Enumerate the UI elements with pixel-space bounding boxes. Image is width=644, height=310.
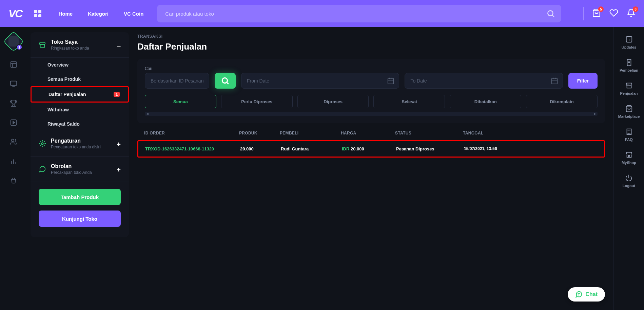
harga-cell: IDR 20.000	[342, 146, 389, 151]
apps-icon[interactable]	[34, 10, 41, 17]
top-nav: VC Home Kategori VC Coin 5 3	[0, 0, 644, 27]
sidebar-item-label: Daftar Penjualan	[48, 92, 86, 97]
add-product-button[interactable]: Tambah Produk	[39, 189, 121, 205]
cart-icon[interactable]: 5	[592, 8, 601, 19]
th-tanggal: TANGGAL	[463, 131, 504, 135]
search-label: Cari	[145, 66, 209, 71]
horizontal-scrollbar[interactable]: ◀ ▶	[145, 112, 598, 116]
sidebar-item-riwayat-saldo[interactable]: Riwayat Saldo	[31, 117, 129, 131]
nav-icons: 5 3	[592, 8, 636, 19]
cart-badge: 5	[598, 6, 604, 12]
sidebar-header-pengaturan[interactable]: Pengaturan Pengaturan toko anda disini +	[39, 138, 121, 149]
from-date-input[interactable]	[241, 73, 399, 89]
rr-label: Penjualan	[620, 91, 638, 95]
play-icon[interactable]	[10, 119, 17, 126]
collapse-toggle[interactable]: +	[117, 141, 121, 148]
rr-label: Logout	[623, 184, 635, 188]
tab-perlu-diproses[interactable]: Perlu Diproses	[221, 95, 293, 108]
tabs: Semua Perlu Diproses Diproses Selesai Di…	[145, 95, 598, 108]
sidebar-subtitle-pengaturan: Pengaturan toko anda disini	[51, 145, 101, 149]
page-title: Daftar Penjualan	[137, 41, 605, 52]
sidebar-item-semua-produk[interactable]: Semua Produk	[31, 72, 129, 86]
th-produk: PRODUK	[239, 131, 273, 135]
sidebar-section-toko: Toko Saya Ringkasan toko anda –	[31, 32, 129, 58]
table-row[interactable]: TRXOD-1626332471-10668-11320 20.000 Rudi…	[137, 140, 605, 158]
visit-store-button[interactable]: Kunjungi Toko	[39, 211, 121, 227]
scroll-left-icon: ◀	[146, 112, 149, 115]
sidebar-title-toko: Toko Saya	[51, 39, 89, 45]
nav-home[interactable]: Home	[58, 11, 73, 17]
rr-logout[interactable]: Logout	[623, 174, 635, 188]
th-harga: HARGA	[341, 131, 388, 135]
bell-icon[interactable]: 3	[627, 8, 636, 19]
chart-icon[interactable]	[10, 158, 17, 165]
tab-semua[interactable]: Semua	[145, 95, 216, 108]
search-button[interactable]	[215, 73, 236, 89]
monitor-icon[interactable]	[10, 80, 17, 88]
rr-pembelian[interactable]: Pembelian	[620, 59, 638, 72]
sidebar-title-pengaturan: Pengaturan	[51, 138, 101, 144]
filter-button[interactable]: Filter	[568, 73, 598, 89]
svg-rect-21	[552, 78, 558, 84]
users-icon[interactable]	[10, 138, 17, 146]
nav-vccoin[interactable]: VC Coin	[124, 11, 143, 17]
status-cell: Pesanan Diproses	[396, 146, 457, 151]
store-icon	[625, 82, 633, 89]
rr-updates[interactable]: Updates	[622, 36, 636, 49]
nav-links: Home Kategori VC Coin	[58, 11, 143, 17]
sidebar-section-obrolan: Obrolan Percakapan toko Anda +	[31, 157, 129, 182]
svg-point-0	[548, 11, 553, 16]
scroll-right-icon: ▶	[594, 112, 596, 115]
svg-marker-9	[13, 121, 15, 124]
trophy-icon[interactable]	[10, 99, 17, 107]
th-status: STATUS	[395, 131, 456, 135]
sidebar-header-toko[interactable]: Toko Saya Ringkasan toko anda –	[39, 39, 121, 51]
receipt-icon	[625, 59, 633, 66]
calendar-icon	[551, 77, 558, 85]
sidebar-subtitle-obrolan: Percakapan toko Anda	[51, 170, 92, 175]
svg-rect-6	[11, 81, 17, 86]
heart-icon[interactable]	[609, 8, 618, 19]
produk-cell: 20.000	[240, 146, 274, 151]
rr-marketplace[interactable]: Marketplace	[618, 105, 640, 118]
rr-label: MyShop	[622, 161, 636, 165]
sidebar-item-overview[interactable]: Overview	[31, 58, 129, 72]
sidebar-item-daftar-penjualan[interactable]: Daftar Penjualan 1	[31, 86, 129, 103]
collapse-toggle[interactable]: +	[117, 166, 121, 174]
rr-penjualan[interactable]: Penjualan	[620, 82, 638, 95]
order-search-input[interactable]	[145, 73, 209, 89]
breadcrumb: TRANSAKSI	[137, 34, 605, 39]
sidebar-menu: Overview Semua Produk Daftar Penjualan 1…	[31, 58, 129, 131]
ticket-icon	[625, 128, 633, 135]
global-search-input[interactable]	[157, 5, 561, 22]
tab-dibatalkan[interactable]: Dibatalkan	[450, 95, 521, 108]
info-icon	[625, 36, 633, 43]
sidebar-item-badge: 1	[114, 92, 120, 97]
to-date-input[interactable]	[405, 73, 563, 89]
tab-diproses[interactable]: Diproses	[297, 95, 369, 108]
tab-selesai[interactable]: Selesai	[373, 95, 445, 108]
rr-label: FAQ	[625, 138, 633, 142]
avatar[interactable]: 1	[6, 34, 21, 49]
store-icon	[39, 41, 46, 49]
bag-icon	[625, 105, 633, 112]
rr-faq[interactable]: FAQ	[625, 128, 633, 142]
left-rail: 1	[0, 27, 27, 310]
calendar-icon	[387, 77, 394, 85]
search-wrap	[157, 5, 561, 22]
bell-badge: 3	[633, 6, 638, 12]
logo[interactable]: VC	[8, 7, 22, 20]
basket-icon[interactable]	[10, 177, 17, 184]
sidebar-item-withdraw[interactable]: Withdraw	[31, 103, 129, 117]
chat-button[interactable]: Chat	[568, 287, 605, 302]
sidebar-header-obrolan[interactable]: Obrolan Percakapan toko Anda +	[39, 163, 121, 175]
grid-icon[interactable]	[10, 61, 17, 68]
collapse-toggle[interactable]: –	[117, 42, 121, 50]
sidebar-section-pengaturan: Pengaturan Pengaturan toko anda disini +	[31, 131, 129, 157]
layout: 1 Toko Saya Ringkasan toko anda – Overvi…	[0, 27, 644, 310]
tab-dikomplain[interactable]: Dikomplain	[526, 95, 598, 108]
rr-myshop[interactable]: MyShop	[622, 151, 636, 165]
nav-kategori[interactable]: Kategori	[88, 11, 109, 17]
svg-line-1	[552, 15, 554, 17]
tanggal-cell: 15/07/2021, 13:56	[464, 146, 505, 152]
